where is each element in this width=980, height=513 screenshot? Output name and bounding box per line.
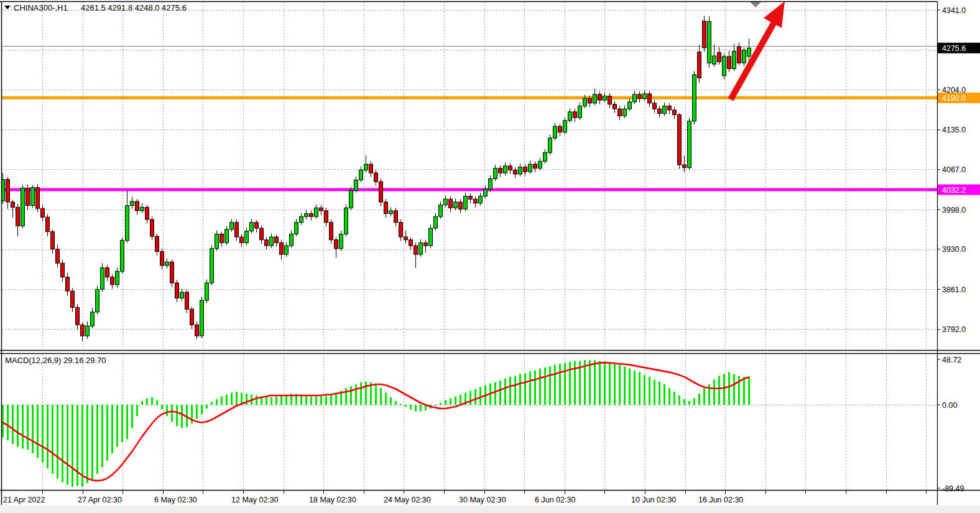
macd-histogram-bar	[226, 395, 228, 405]
candle-body	[469, 196, 473, 200]
candle-body	[295, 223, 298, 234]
candle-body	[653, 103, 657, 109]
candle-body	[593, 95, 597, 103]
price-axis-label[interactable]: 4135.0	[942, 126, 966, 134]
resistance-price-tag-label: 4190.0	[942, 94, 966, 103]
candle-body	[668, 106, 672, 110]
macd-histogram-bar	[176, 405, 178, 426]
candle-body	[444, 199, 448, 205]
candle-body	[310, 214, 313, 217]
time-axis-label[interactable]: 12 May 02:30	[231, 496, 279, 504]
candle-body	[663, 106, 667, 113]
macd-histogram-bar	[146, 399, 148, 405]
macd-histogram-bar	[365, 382, 367, 405]
macd-histogram-bar	[654, 380, 655, 405]
macd-axis-label[interactable]: 48.72	[942, 356, 961, 364]
price-axis-label[interactable]: 4341.0	[942, 6, 966, 15]
time-axis-label[interactable]: 6 May 02:30	[154, 496, 197, 504]
support-price-tag-label: 4032.2	[942, 186, 966, 195]
price-axis-label[interactable]: 3998.0	[942, 206, 966, 215]
candle-body	[270, 237, 274, 246]
macd-histogram-bar	[514, 376, 516, 405]
candle-body	[26, 188, 30, 205]
candle-body	[220, 234, 224, 243]
macd-histogram-bar	[330, 395, 332, 405]
macd-histogram-bar	[116, 405, 118, 446]
candle-body	[558, 126, 562, 132]
time-axis-label[interactable]: 21 Apr 2022	[3, 496, 45, 504]
candle-body	[728, 57, 731, 69]
candle-body	[379, 182, 383, 202]
time-axis-label[interactable]: 24 May 02:30	[384, 496, 431, 504]
candle-body	[66, 277, 70, 291]
macd-histogram-bar	[246, 394, 247, 405]
candle-body	[91, 312, 95, 326]
macd-histogram-bar	[405, 405, 407, 407]
price-axis-label[interactable]: 3792.0	[942, 325, 966, 334]
macd-histogram-bar	[569, 362, 571, 405]
bottom-scrollbar-strip[interactable]	[0, 506, 980, 513]
price-axis-label[interactable]: 4067.0	[942, 165, 966, 174]
candle-body	[11, 202, 15, 207]
macd-histogram-bar	[440, 403, 441, 405]
candle-body	[340, 234, 343, 248]
trading-chart-window: 4341.04204.04135.04067.03998.03930.03861…	[0, 0, 980, 513]
macd-histogram-bar	[12, 405, 14, 444]
macd-histogram-bar	[614, 364, 616, 405]
macd-histogram-bar	[455, 397, 456, 405]
candle-body	[21, 188, 25, 226]
macd-histogram-bar	[693, 399, 695, 405]
macd-histogram-bar	[474, 389, 476, 405]
candle-body	[364, 164, 368, 170]
macd-histogram-bar	[599, 361, 601, 405]
candle-body	[374, 173, 378, 182]
macd-histogram-bar	[270, 397, 272, 405]
candle-body	[46, 217, 50, 231]
price-axis-label[interactable]: 3861.0	[942, 285, 966, 294]
candle-body	[116, 271, 119, 285]
macd-histogram-bar	[589, 360, 591, 405]
time-axis-label[interactable]: 6 Jun 02:30	[535, 496, 575, 504]
candle-body	[106, 268, 109, 277]
candle-body	[529, 164, 532, 172]
macd-histogram-bar	[236, 392, 238, 405]
macd-histogram-bar	[27, 405, 29, 450]
candle-body	[190, 309, 194, 325]
macd-axis-label[interactable]: -89.49	[942, 484, 964, 493]
candle-body	[36, 187, 40, 208]
macd-histogram-bar	[469, 391, 471, 405]
time-axis-label[interactable]: 10 Jun 02:30	[631, 496, 676, 504]
candle-body	[648, 94, 652, 103]
macd-histogram-bar	[649, 377, 650, 405]
candle-body	[678, 114, 682, 164]
macd-axis-label[interactable]: 0.00	[942, 401, 957, 410]
macd-histogram-bar	[629, 369, 631, 405]
macd-histogram-bar	[131, 405, 133, 428]
macd-histogram-bar	[266, 397, 267, 405]
macd-histogram-bar	[161, 405, 163, 409]
candle-body	[643, 94, 647, 98]
time-axis-label[interactable]: 16 Jun 02:30	[698, 496, 743, 504]
price-axis-label[interactable]: 3930.0	[942, 245, 966, 254]
candle-body	[155, 236, 159, 251]
candle-body	[175, 283, 179, 298]
macd-histogram-bar	[415, 405, 417, 411]
macd-histogram-bar	[181, 405, 183, 428]
macd-histogram-bar	[509, 377, 511, 405]
macd-histogram-bar	[17, 405, 19, 446]
time-axis-label[interactable]: 27 Apr 02:30	[78, 496, 122, 504]
candle-body	[573, 112, 577, 118]
macd-histogram-bar	[663, 384, 665, 405]
time-axis-label[interactable]: 18 May 02:30	[309, 496, 356, 504]
macd-histogram-bar	[305, 395, 307, 405]
candle-body	[454, 202, 458, 208]
candle-body	[658, 109, 662, 113]
macd-histogram-bar	[101, 405, 103, 467]
candle-body	[215, 234, 219, 248]
candle-body	[136, 201, 139, 211]
chart-canvas[interactable]: 4341.04204.04135.04067.03998.03930.03861…	[0, 0, 980, 513]
candle-body	[524, 167, 527, 172]
macd-histogram-bar	[52, 405, 53, 474]
time-axis-label[interactable]: 30 May 02:30	[459, 496, 506, 504]
macd-histogram-bar	[76, 405, 78, 486]
